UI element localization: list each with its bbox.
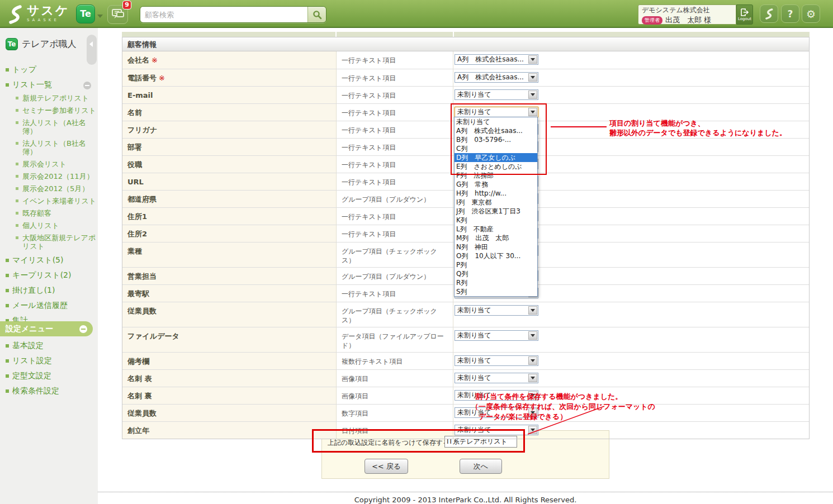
column-assign-select[interactable]: 未割り当て	[455, 305, 538, 316]
help-button[interactable]: ?	[781, 4, 799, 23]
sidebar-item[interactable]: 法人リスト（A社名簿）	[0, 117, 98, 137]
sidebar-item[interactable]: 検索条件設定	[0, 383, 98, 398]
sidebar-item[interactable]: 定型文設定	[0, 368, 98, 383]
column-assign-select[interactable]: A列 株式会社saas...	[455, 72, 538, 83]
column-assign-cell: A列 株式会社saas...	[453, 69, 809, 86]
dropdown-option[interactable]: S列	[455, 287, 537, 296]
chevron-down-icon[interactable]	[528, 306, 537, 315]
chevron-down-icon[interactable]	[528, 91, 537, 99]
dropdown-option[interactable]: C列	[455, 144, 537, 153]
chevron-down-icon[interactable]	[528, 356, 537, 365]
field-label-cell: 会社名※	[122, 51, 337, 69]
sidebar-item[interactable]: リスト設定	[0, 353, 98, 368]
dropdown-option[interactable]: N列 神田	[455, 243, 537, 251]
settings-menu-header[interactable]: 設定メニュー	[0, 321, 93, 336]
settings-button[interactable]: ⚙	[802, 4, 820, 23]
sidebar-item[interactable]: リスト一覧	[0, 77, 98, 92]
column-assign-cell: 未割り当て	[453, 422, 809, 439]
chevron-down-icon[interactable]	[528, 331, 537, 340]
logout-icon	[740, 8, 749, 16]
field-type-cell: グループ項目（プルダウン）	[337, 268, 453, 284]
search-button[interactable]	[307, 7, 326, 22]
te-app-button[interactable]: Te	[76, 4, 95, 23]
sidebar-item[interactable]: 掛け直し(1)	[0, 283, 98, 298]
dropdown-option[interactable]: E列 さおとめしのぶ	[455, 162, 537, 171]
dropdown-option[interactable]: O列 10人以下 30...	[455, 251, 537, 260]
dropdown-option[interactable]: D列 早乙女しのぶ	[455, 153, 537, 162]
sidebar: Te テレアポ職人 トップリスト一覧新規テレアポリストセミナー参加者リスト法人リ…	[0, 28, 98, 504]
minus-icon[interactable]	[83, 82, 91, 89]
sidebar-item[interactable]: 基本設定	[0, 338, 98, 353]
sidebar-item[interactable]: トップ	[0, 62, 98, 77]
sidebar-collapse-handle[interactable]	[87, 35, 97, 65]
sidebar-item[interactable]: キープリスト(2)	[0, 268, 98, 283]
sidebar-item-label: 大阪地区新規テレアポリスト	[22, 234, 96, 250]
app-header[interactable]: Te テレアポ職人	[6, 38, 77, 50]
dropdown-option[interactable]: R列	[455, 278, 537, 287]
field-label-cell: 住所2	[122, 225, 337, 242]
dropdown-option[interactable]: F列 法務部	[455, 171, 537, 180]
bullet-icon	[16, 212, 18, 215]
dropdown-option[interactable]: J列 渋谷区東1丁目3	[455, 207, 537, 216]
table-row: 会社名※一行テキスト項目A列 株式会社saas...	[122, 51, 809, 69]
chevron-down-icon[interactable]	[97, 15, 103, 18]
dropdown-option[interactable]: L列 不動産	[455, 225, 537, 234]
bullet-icon	[16, 109, 18, 112]
dropdown-option[interactable]: H列 http://w...	[455, 189, 537, 198]
sidebar-item[interactable]: 個人リスト	[0, 220, 98, 232]
dropdown-option[interactable]: G列 常務	[455, 180, 537, 189]
sidebar-item[interactable]: マイリスト(5)	[0, 253, 98, 268]
logout-button[interactable]: Logout	[736, 4, 753, 25]
column-assign-select[interactable]: 未割り当て	[455, 107, 538, 117]
sidebar-item[interactable]: 大阪地区新規テレアポリスト	[0, 232, 98, 253]
dropdown-option[interactable]: A列 株式会社saas...	[455, 126, 537, 135]
dropdown-option[interactable]: I列 東京都	[455, 198, 537, 207]
field-type-cell: 一行テキスト項目	[337, 139, 453, 155]
bullet-icon	[6, 389, 9, 393]
chevron-down-icon[interactable]	[528, 426, 537, 434]
field-label: 都道府県	[127, 195, 157, 203]
save-settings-label: 上記の取込設定に名前をつけて保存する：	[328, 438, 456, 448]
saaske-home-button[interactable]	[760, 4, 778, 23]
column-assign-select[interactable]: 未割り当て	[455, 355, 538, 366]
column-assign-select[interactable]: 未割り当て	[455, 425, 538, 435]
sidebar-item[interactable]: 展示会2012（5月）	[0, 183, 98, 195]
back-button[interactable]: << 戻る	[365, 459, 408, 474]
sidebar-item[interactable]: 新規テレアポリスト	[0, 92, 98, 104]
saaske-home-icon	[765, 8, 773, 20]
dropdown-option[interactable]: P列	[455, 260, 537, 269]
sidebar-item[interactable]: 法人リスト（B社名簿）	[0, 137, 98, 158]
column-assign-select[interactable]: 未割り当て	[455, 89, 538, 100]
field-type-cell: 一行テキスト項目	[337, 173, 453, 190]
saaske-logo[interactable]: サスケ SAASKE	[8, 4, 70, 24]
chevron-down-icon[interactable]	[528, 73, 537, 82]
field-label-cell: 名前	[122, 104, 337, 121]
sidebar-item-label: メール送信履歴	[12, 301, 68, 310]
dropdown-option[interactable]: Q列	[455, 269, 537, 278]
next-button[interactable]: 次へ	[460, 459, 502, 474]
minus-icon[interactable]	[79, 325, 87, 333]
column-assign-select[interactable]: 未割り当て	[455, 373, 538, 383]
sidebar-item[interactable]: 既存顧客	[0, 207, 98, 220]
dropdown-option[interactable]: 未割り当て	[455, 117, 537, 126]
sidebar-item[interactable]: イベント来場者リスト	[0, 195, 98, 207]
column-assign-select[interactable]: A列 株式会社saas...	[455, 54, 538, 65]
sidebar-item[interactable]: 展示会リスト	[0, 158, 98, 170]
column-assign-select[interactable]: 未割り当て	[455, 330, 538, 341]
dropdown-option[interactable]: K列	[455, 216, 537, 225]
sidebar-item-label: 法人リスト（A社名簿）	[22, 118, 86, 135]
field-type-cell: 画像項目	[337, 387, 453, 404]
bullet-icon	[6, 68, 9, 72]
footer-divider	[98, 492, 833, 492]
sidebar-item[interactable]: セミナー参加者リスト	[0, 104, 98, 117]
chevron-down-icon[interactable]	[528, 374, 537, 382]
dropdown-option[interactable]: B列 03-5796-...	[455, 135, 537, 144]
chevron-down-icon[interactable]	[528, 108, 537, 116]
chat-notification-badge: 9	[122, 1, 131, 9]
chevron-down-icon[interactable]	[528, 55, 537, 64]
search-input[interactable]	[140, 7, 307, 22]
sidebar-item[interactable]: メール送信履歴	[0, 298, 98, 313]
dropdown-option[interactable]: M列 出茂 太郎	[455, 234, 537, 243]
sidebar-item-label: イベント来場者リスト	[22, 197, 96, 205]
sidebar-item[interactable]: 展示会2012（11月）	[0, 170, 98, 183]
